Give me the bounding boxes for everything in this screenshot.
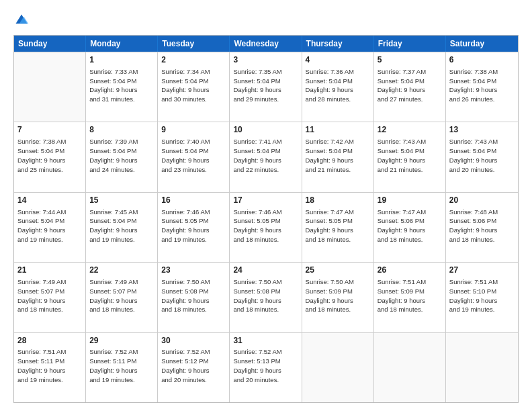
day-number: 11 <box>306 124 370 136</box>
day-number: 18 <box>306 195 370 206</box>
day-number: 25 <box>306 265 370 276</box>
day-number: 31 <box>233 335 298 347</box>
header-day-wednesday: Wednesday <box>230 36 302 52</box>
day-number: 8 <box>89 124 154 136</box>
day-info: Sunrise: 7:40 AM Sunset: 5:04 PM Dayligh… <box>161 137 226 174</box>
calendar-cell-3: 3Sunrise: 7:35 AM Sunset: 5:04 PM Daylig… <box>230 52 302 122</box>
calendar-row-0: 1Sunrise: 7:33 AM Sunset: 5:04 PM Daylig… <box>14 52 518 122</box>
calendar-cell-28: 28Sunrise: 7:51 AM Sunset: 5:11 PM Dayli… <box>14 333 86 402</box>
header-day-thursday: Thursday <box>302 36 374 52</box>
header-day-sunday: Sunday <box>14 36 86 52</box>
day-number: 16 <box>161 195 226 206</box>
calendar-row-2: 14Sunrise: 7:44 AM Sunset: 5:04 PM Dayli… <box>14 192 518 262</box>
day-number: 1 <box>89 54 154 66</box>
day-number: 30 <box>161 335 226 347</box>
day-number: 9 <box>161 124 226 136</box>
day-info: Sunrise: 7:42 AM Sunset: 5:04 PM Dayligh… <box>306 137 370 174</box>
calendar-cell-1: 1Sunrise: 7:33 AM Sunset: 5:04 PM Daylig… <box>86 52 158 122</box>
day-info: Sunrise: 7:50 AM Sunset: 5:08 PM Dayligh… <box>161 277 226 314</box>
calendar-cell-29: 29Sunrise: 7:52 AM Sunset: 5:11 PM Dayli… <box>86 333 158 402</box>
calendar-cell-12: 12Sunrise: 7:43 AM Sunset: 5:04 PM Dayli… <box>374 122 446 191</box>
day-number: 24 <box>233 265 298 276</box>
day-number: 19 <box>378 195 442 206</box>
day-info: Sunrise: 7:50 AM Sunset: 5:08 PM Dayligh… <box>233 277 298 314</box>
day-number: 20 <box>449 195 515 206</box>
day-number: 29 <box>89 335 154 347</box>
calendar-cell-2: 2Sunrise: 7:34 AM Sunset: 5:04 PM Daylig… <box>158 52 230 122</box>
calendar-cell-13: 13Sunrise: 7:43 AM Sunset: 5:04 PM Dayli… <box>446 122 518 191</box>
calendar-cell-23: 23Sunrise: 7:50 AM Sunset: 5:08 PM Dayli… <box>158 263 230 332</box>
day-info: Sunrise: 7:48 AM Sunset: 5:06 PM Dayligh… <box>449 208 515 244</box>
day-info: Sunrise: 7:38 AM Sunset: 5:04 PM Dayligh… <box>17 137 82 174</box>
calendar: SundayMondayTuesdayWednesdayThursdayFrid… <box>13 35 519 403</box>
day-info: Sunrise: 7:52 AM Sunset: 5:11 PM Dayligh… <box>89 347 154 384</box>
calendar-row-3: 21Sunrise: 7:49 AM Sunset: 5:07 PM Dayli… <box>14 262 518 332</box>
day-number: 10 <box>233 124 298 136</box>
calendar-cell-10: 10Sunrise: 7:41 AM Sunset: 5:04 PM Dayli… <box>230 122 302 191</box>
day-info: Sunrise: 7:38 AM Sunset: 5:04 PM Dayligh… <box>449 67 515 104</box>
calendar-cell-26: 26Sunrise: 7:51 AM Sunset: 5:09 PM Dayli… <box>374 263 446 332</box>
calendar-cell-5: 5Sunrise: 7:37 AM Sunset: 5:04 PM Daylig… <box>374 52 446 122</box>
day-info: Sunrise: 7:52 AM Sunset: 5:13 PM Dayligh… <box>233 347 298 384</box>
day-info: Sunrise: 7:44 AM Sunset: 5:04 PM Dayligh… <box>17 208 82 244</box>
day-number: 2 <box>161 54 226 66</box>
day-info: Sunrise: 7:45 AM Sunset: 5:04 PM Dayligh… <box>89 208 154 244</box>
day-number: 23 <box>161 265 226 276</box>
day-info: Sunrise: 7:46 AM Sunset: 5:05 PM Dayligh… <box>161 208 226 244</box>
day-number: 6 <box>449 54 515 66</box>
day-number: 13 <box>449 124 515 136</box>
calendar-cell-18: 18Sunrise: 7:47 AM Sunset: 5:05 PM Dayli… <box>302 193 374 262</box>
day-info: Sunrise: 7:34 AM Sunset: 5:04 PM Dayligh… <box>161 67 226 104</box>
header-day-friday: Friday <box>374 36 446 52</box>
calendar-row-1: 7Sunrise: 7:38 AM Sunset: 5:04 PM Daylig… <box>14 122 518 191</box>
calendar-row-4: 28Sunrise: 7:51 AM Sunset: 5:11 PM Dayli… <box>14 332 518 402</box>
day-info: Sunrise: 7:33 AM Sunset: 5:04 PM Dayligh… <box>89 67 154 104</box>
day-info: Sunrise: 7:51 AM Sunset: 5:10 PM Dayligh… <box>449 277 515 314</box>
day-info: Sunrise: 7:50 AM Sunset: 5:09 PM Dayligh… <box>306 277 370 314</box>
calendar-cell-20: 20Sunrise: 7:48 AM Sunset: 5:06 PM Dayli… <box>446 193 518 262</box>
calendar-cell-8: 8Sunrise: 7:39 AM Sunset: 5:04 PM Daylig… <box>86 122 158 191</box>
header-day-tuesday: Tuesday <box>158 36 230 52</box>
calendar-header: SundayMondayTuesdayWednesdayThursdayFrid… <box>14 36 518 52</box>
calendar-cell-9: 9Sunrise: 7:40 AM Sunset: 5:04 PM Daylig… <box>158 122 230 191</box>
calendar-cell-6: 6Sunrise: 7:38 AM Sunset: 5:04 PM Daylig… <box>446 52 518 122</box>
calendar-cell-15: 15Sunrise: 7:45 AM Sunset: 5:04 PM Dayli… <box>86 193 158 262</box>
calendar-cell-14: 14Sunrise: 7:44 AM Sunset: 5:04 PM Dayli… <box>14 193 86 262</box>
day-info: Sunrise: 7:35 AM Sunset: 5:04 PM Dayligh… <box>233 67 298 104</box>
calendar-cell-4: 4Sunrise: 7:36 AM Sunset: 5:04 PM Daylig… <box>302 52 374 122</box>
calendar-cell-empty-5 <box>374 333 446 402</box>
day-number: 26 <box>378 265 442 276</box>
calendar-cell-empty-6 <box>446 333 518 402</box>
calendar-cell-24: 24Sunrise: 7:50 AM Sunset: 5:08 PM Dayli… <box>230 263 302 332</box>
day-info: Sunrise: 7:49 AM Sunset: 5:07 PM Dayligh… <box>17 277 82 314</box>
calendar-cell-27: 27Sunrise: 7:51 AM Sunset: 5:10 PM Dayli… <box>446 263 518 332</box>
calendar-cell-empty-4 <box>302 333 374 402</box>
day-info: Sunrise: 7:52 AM Sunset: 5:12 PM Dayligh… <box>161 347 226 384</box>
day-number: 7 <box>17 124 82 136</box>
day-number: 14 <box>17 195 82 206</box>
day-info: Sunrise: 7:43 AM Sunset: 5:04 PM Dayligh… <box>449 137 515 174</box>
calendar-body: 1Sunrise: 7:33 AM Sunset: 5:04 PM Daylig… <box>14 52 518 402</box>
day-info: Sunrise: 7:47 AM Sunset: 5:06 PM Dayligh… <box>378 208 442 244</box>
day-number: 28 <box>17 335 82 347</box>
logo <box>13 12 32 28</box>
day-info: Sunrise: 7:49 AM Sunset: 5:07 PM Dayligh… <box>89 277 154 314</box>
day-info: Sunrise: 7:36 AM Sunset: 5:04 PM Dayligh… <box>306 67 370 104</box>
calendar-cell-21: 21Sunrise: 7:49 AM Sunset: 5:07 PM Dayli… <box>14 263 86 332</box>
logo-icon <box>13 12 30 28</box>
day-info: Sunrise: 7:46 AM Sunset: 5:05 PM Dayligh… <box>233 208 298 244</box>
day-info: Sunrise: 7:51 AM Sunset: 5:09 PM Dayligh… <box>378 277 442 314</box>
calendar-cell-7: 7Sunrise: 7:38 AM Sunset: 5:04 PM Daylig… <box>14 122 86 191</box>
header <box>13 12 519 28</box>
page: SundayMondayTuesdayWednesdayThursdayFrid… <box>0 0 532 411</box>
calendar-cell-11: 11Sunrise: 7:42 AM Sunset: 5:04 PM Dayli… <box>302 122 374 191</box>
calendar-cell-30: 30Sunrise: 7:52 AM Sunset: 5:12 PM Dayli… <box>158 333 230 402</box>
day-number: 12 <box>378 124 442 136</box>
calendar-cell-25: 25Sunrise: 7:50 AM Sunset: 5:09 PM Dayli… <box>302 263 374 332</box>
day-number: 21 <box>17 265 82 276</box>
day-number: 15 <box>89 195 154 206</box>
header-day-saturday: Saturday <box>446 36 518 52</box>
calendar-cell-31: 31Sunrise: 7:52 AM Sunset: 5:13 PM Dayli… <box>230 333 302 402</box>
day-number: 17 <box>233 195 298 206</box>
day-number: 3 <box>233 54 298 66</box>
